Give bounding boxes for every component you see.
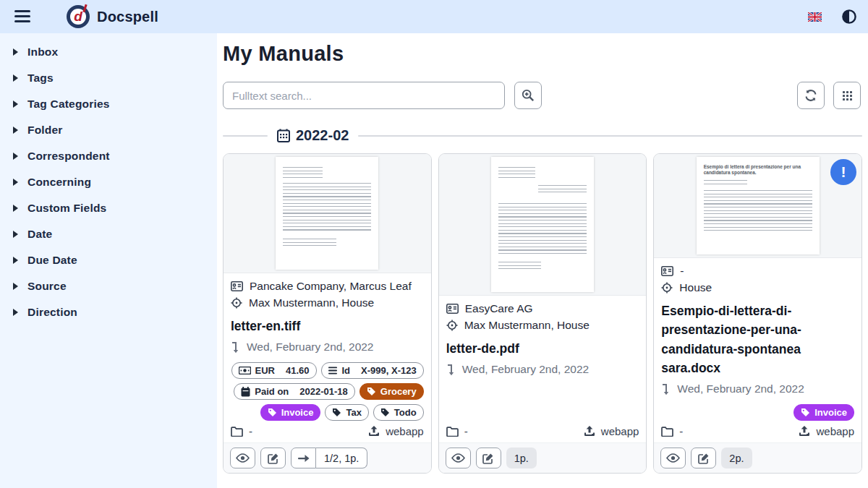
month-group-label: 2022-02 xyxy=(296,127,349,144)
preview-button[interactable] xyxy=(446,448,471,468)
tag-badge-invoice: Invoice xyxy=(260,404,321,421)
edit-icon xyxy=(268,453,279,464)
sidebar-item-direction[interactable]: Direction xyxy=(0,299,217,325)
caret-right-icon xyxy=(13,283,18,290)
sidebar-item-inbox[interactable]: Inbox xyxy=(0,39,217,65)
item-title: letter-de.pdf xyxy=(446,339,639,358)
sidebar-item-folder[interactable]: Folder xyxy=(0,117,217,143)
app-title: Docspell xyxy=(97,9,158,25)
concerning-row: Max Mustermann, House xyxy=(231,296,424,309)
crosshairs-icon xyxy=(661,282,673,294)
upload-icon xyxy=(368,426,380,437)
sidebar-item-source[interactable]: Source xyxy=(0,273,217,299)
grid-icon xyxy=(842,90,852,101)
preview-button[interactable] xyxy=(660,448,686,468)
concerning-row: Max Mustermann, House xyxy=(446,319,639,332)
sidebar-item-correspondent[interactable]: Correspondent xyxy=(0,143,217,169)
tag-icon xyxy=(332,408,341,417)
crosshairs-icon xyxy=(446,320,458,331)
source-value: webapp xyxy=(584,425,639,437)
sidebar-item-custom-fields[interactable]: Custom Fields xyxy=(0,195,217,221)
item-date-row: Wed, February 2nd, 2022 xyxy=(231,341,424,354)
address-card-icon xyxy=(446,304,459,314)
caret-right-icon xyxy=(13,205,18,212)
caret-right-icon xyxy=(13,48,18,56)
upload-icon xyxy=(799,426,810,437)
caret-right-icon xyxy=(13,127,18,134)
edit-icon xyxy=(698,453,710,464)
eye-icon xyxy=(236,453,250,463)
caret-right-icon xyxy=(13,100,18,108)
caret-right-icon xyxy=(13,74,18,82)
sidebar-item-tag-categories[interactable]: Tag Categories xyxy=(0,91,217,117)
sidebar: Inbox Tags Tag Categories Folder Corresp… xyxy=(0,33,217,488)
correspondent-row: EasyCare AG xyxy=(446,302,639,315)
search-button[interactable] xyxy=(514,82,542,109)
top-navbar: d Docspell xyxy=(0,0,868,33)
eye-icon xyxy=(666,453,680,463)
caret-right-icon xyxy=(13,179,18,186)
item-date-row: Wed, February 2nd, 2022 xyxy=(446,363,639,376)
sidebar-item-date[interactable]: Date xyxy=(0,221,217,247)
arrow-down-icon xyxy=(231,341,240,354)
refresh-button[interactable] xyxy=(797,82,825,109)
caret-right-icon xyxy=(13,309,18,316)
tag-badge-todo: Todo xyxy=(373,404,424,421)
list-icon xyxy=(328,367,338,374)
caret-right-icon xyxy=(13,231,18,238)
tag-badge-grocery: Grocery xyxy=(359,383,424,400)
item-title: letter-en.tiff xyxy=(231,317,424,335)
document-thumbnail xyxy=(224,154,431,273)
folder-value: - xyxy=(231,425,252,437)
folder-value: - xyxy=(446,425,468,437)
dark-mode-toggle-icon[interactable] xyxy=(842,9,856,24)
grid-view-button[interactable] xyxy=(833,82,861,109)
page-title: My Manuals xyxy=(223,42,862,66)
tag-icon xyxy=(801,408,810,417)
page-count-label: 2p. xyxy=(721,448,752,468)
custom-field-amount-badge: EUR41.60 xyxy=(231,362,317,379)
language-flag-icon[interactable] xyxy=(808,12,822,22)
calendar-icon xyxy=(241,387,250,397)
custom-field-paid-badge: Paid on2022-01-18 xyxy=(234,383,354,400)
tag-icon xyxy=(380,408,390,417)
edit-icon xyxy=(482,453,494,464)
folder-value: - xyxy=(661,425,683,437)
item-card-letter-de[interactable]: EasyCare AG Max Mustermann, House letter… xyxy=(438,153,647,474)
caret-right-icon xyxy=(13,153,18,160)
caret-right-icon xyxy=(13,257,18,264)
item-date-row: Wed, February 2nd, 2022 xyxy=(661,382,854,395)
item-card-letter-en[interactable]: Pancake Company, Marcus Leaf Max Musterm… xyxy=(223,153,432,474)
edit-button[interactable] xyxy=(260,448,286,468)
tag-icon xyxy=(367,387,376,396)
item-title: Esempio-di-lettera-di-presentazione-per-… xyxy=(661,301,854,377)
arrow-right-icon xyxy=(298,454,310,463)
page-count-label: 1/2, 1p. xyxy=(316,448,367,468)
edit-button[interactable] xyxy=(691,448,716,468)
arrow-down-icon xyxy=(446,364,456,376)
tag-badge-invoice: Invoice xyxy=(793,404,854,421)
fulltext-search-input[interactable] xyxy=(223,82,505,109)
address-card-icon xyxy=(661,266,673,276)
folder-icon xyxy=(231,427,243,437)
sidebar-item-due-date[interactable]: Due Date xyxy=(0,247,217,273)
docspell-logo[interactable]: d xyxy=(67,5,90,28)
next-attachment-button[interactable] xyxy=(291,448,316,468)
source-value: webapp xyxy=(368,425,424,437)
document-thumbnail xyxy=(439,154,647,296)
folder-icon xyxy=(446,427,459,437)
preview-button[interactable] xyxy=(230,448,255,468)
tag-icon xyxy=(268,408,277,417)
sidebar-item-tags[interactable]: Tags xyxy=(0,65,217,91)
sidebar-item-concerning[interactable]: Concerning xyxy=(0,169,217,195)
custom-field-id-badge: IdX-999, X-123 xyxy=(321,362,424,379)
menu-icon[interactable] xyxy=(10,6,35,27)
money-bill-icon xyxy=(239,367,251,374)
item-card-esempio-docx[interactable]: Esempio di lettera di presentazione per … xyxy=(653,153,862,474)
month-separator: 2022-02 xyxy=(223,127,862,144)
upload-icon xyxy=(584,426,595,437)
edit-button[interactable] xyxy=(476,448,501,468)
correspondent-row: Pancake Company, Marcus Leaf xyxy=(231,280,424,293)
new-item-indicator: ! xyxy=(830,159,856,185)
address-card-icon xyxy=(231,281,243,291)
